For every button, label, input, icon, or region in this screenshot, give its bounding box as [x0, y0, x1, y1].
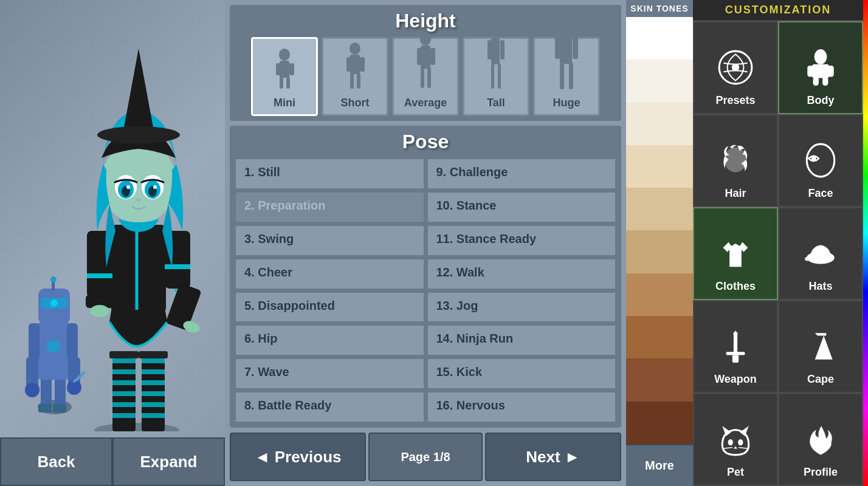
pose-9[interactable]: 9. Challenge [427, 158, 617, 190]
more-button[interactable]: More [626, 444, 693, 486]
pose-7[interactable]: 7. Wave [235, 358, 425, 389]
custom-hair[interactable]: Hair [693, 114, 778, 207]
svg-point-58 [153, 185, 157, 189]
clothes-icon [717, 235, 754, 278]
main-panel: Height Mini [225, 0, 626, 486]
skin-tone-3[interactable] [626, 145, 693, 188]
pose-4[interactable]: 4. Cheer [235, 258, 425, 290]
custom-pet[interactable]: Pet [693, 393, 778, 486]
pose-2[interactable]: 2. Preparation [235, 191, 425, 223]
skin-tone-4[interactable] [626, 188, 693, 230]
hats-icon [802, 235, 839, 278]
height-mini-label: Mini [274, 97, 295, 109]
height-section: Height Mini [230, 5, 621, 121]
character-bottom-buttons: Back Expand [0, 437, 225, 486]
pose-6[interactable]: 6. Hip [235, 324, 425, 356]
svg-point-42 [90, 305, 109, 317]
height-huge[interactable]: Huge [533, 37, 600, 116]
skin-tone-0[interactable] [626, 17, 693, 60]
clothes-label: Clothes [715, 280, 756, 293]
pose-13[interactable]: 13. Jog [427, 292, 617, 323]
custom-profile[interactable]: Profile [778, 393, 863, 486]
skin-tone-8[interactable] [626, 358, 693, 401]
svg-rect-33 [142, 402, 165, 407]
custom-clothes[interactable]: Clothes [693, 207, 778, 300]
pose-12[interactable]: 12. Walk [427, 258, 617, 290]
svg-rect-36 [139, 351, 168, 358]
height-average[interactable]: Average [392, 37, 459, 116]
custom-face[interactable]: Face [778, 114, 863, 207]
pose-11[interactable]: 11. Stance Ready [427, 225, 617, 256]
svg-rect-85 [555, 37, 560, 59]
pose-15[interactable]: 15. Kick [427, 358, 617, 389]
prev-button[interactable]: ◄ Previous [230, 433, 366, 481]
svg-rect-66 [350, 55, 360, 74]
svg-rect-69 [350, 73, 354, 89]
height-mini[interactable]: Mini [251, 37, 318, 116]
height-tall[interactable]: Tall [463, 37, 529, 116]
custom-presets[interactable]: Presets [693, 21, 778, 114]
skin-tone-6[interactable] [626, 273, 693, 316]
skin-tone-7[interactable] [626, 316, 693, 358]
svg-rect-93 [807, 66, 813, 77]
svg-rect-82 [498, 63, 501, 89]
svg-rect-31 [142, 380, 165, 385]
svg-rect-41 [87, 273, 112, 278]
pose-10[interactable]: 10. Stance [427, 191, 617, 223]
presets-label: Presets [715, 94, 755, 107]
svg-rect-73 [417, 48, 422, 65]
customization-wrapper: CUSTOMIZATION Presets [693, 0, 868, 486]
svg-point-83 [560, 21, 573, 35]
svg-rect-62 [289, 63, 294, 75]
pose-section: Pose 1. Still 9. Challenge 2. Preparatio… [230, 126, 621, 428]
customization-grid: Presets Body [693, 21, 863, 486]
pose-14[interactable]: 14. Ninja Run [427, 324, 617, 356]
svg-rect-28 [112, 413, 136, 418]
skin-tone-9[interactable] [626, 402, 693, 444]
pose-title: Pose [235, 131, 616, 153]
custom-hats[interactable]: Hats [778, 207, 863, 300]
height-short[interactable]: Short [322, 37, 388, 116]
height-average-icon [412, 33, 439, 94]
next-button[interactable]: Next ► [485, 433, 621, 481]
svg-point-91 [815, 49, 827, 64]
skin-tone-5[interactable] [626, 230, 693, 273]
svg-rect-74 [430, 48, 435, 65]
svg-rect-84 [560, 35, 572, 64]
skin-tone-2[interactable] [626, 103, 693, 145]
svg-line-110 [722, 447, 732, 448]
svg-rect-92 [812, 64, 830, 78]
svg-point-57 [126, 185, 130, 189]
svg-rect-81 [491, 63, 494, 89]
svg-rect-75 [421, 67, 424, 88]
custom-weapon[interactable]: Weapon [693, 300, 778, 393]
expand-button[interactable]: Expand [112, 437, 225, 486]
svg-rect-4 [53, 404, 66, 412]
height-huge-icon [552, 21, 581, 94]
svg-rect-24 [112, 369, 136, 374]
svg-rect-8 [67, 323, 78, 360]
cape-label: Cape [807, 373, 834, 386]
height-average-label: Average [404, 97, 447, 109]
svg-rect-3 [38, 404, 52, 412]
svg-rect-67 [346, 57, 351, 72]
svg-rect-72 [421, 46, 430, 69]
svg-rect-94 [828, 66, 833, 77]
pose-8[interactable]: 8. Battle Ready [235, 391, 425, 423]
skin-tones-panel: SKIN TONES More [626, 0, 693, 486]
height-huge-label: Huge [553, 97, 580, 109]
skin-tone-1[interactable] [626, 60, 693, 102]
pose-1[interactable]: 1. Still [235, 158, 425, 190]
custom-cape[interactable]: Cape [778, 300, 863, 393]
face-icon [802, 142, 839, 185]
pose-5[interactable]: 5. Disappointed [235, 292, 425, 323]
pose-3[interactable]: 3. Swing [235, 225, 425, 256]
svg-rect-87 [560, 63, 564, 89]
character-svg [9, 30, 216, 431]
custom-body[interactable]: Body [778, 21, 863, 114]
height-short-label: Short [341, 97, 370, 109]
pose-16[interactable]: 16. Nervous [427, 391, 617, 423]
svg-point-50 [97, 126, 180, 143]
back-button[interactable]: Back [0, 437, 112, 486]
height-options: Mini Short [235, 37, 616, 116]
